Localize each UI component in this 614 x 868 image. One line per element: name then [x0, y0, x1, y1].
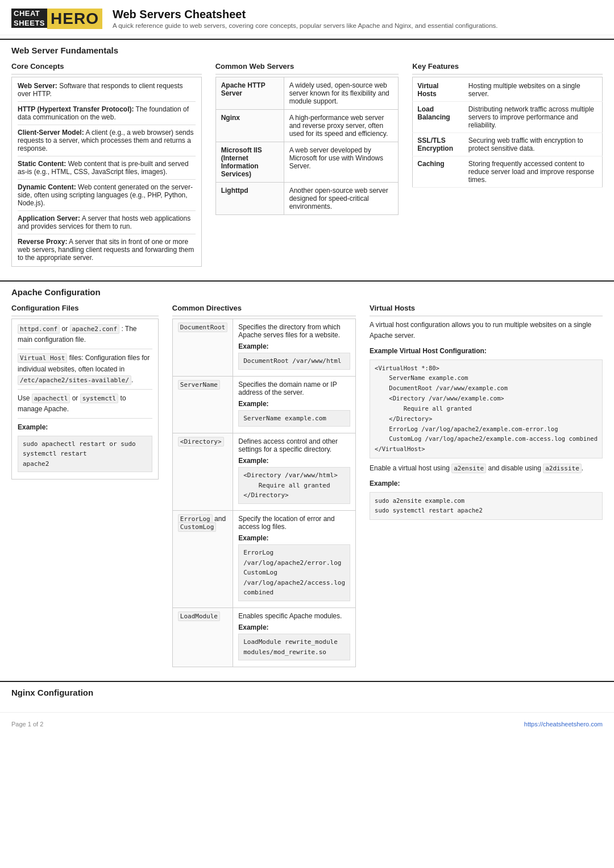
server-desc-iis: A web server developed by Microsoft for …: [284, 142, 399, 183]
directive-content-loadmodule: Enables specific Apache modules. Example…: [233, 607, 356, 667]
server-name-apache: Apache HTTP Server: [215, 77, 284, 110]
vhosts-header: Virtual Hosts: [370, 300, 603, 316]
core-concept-reverseproxy: Reverse Proxy: A server that sits in fro…: [18, 238, 196, 262]
directive-name-docroot: DocumentRoot: [172, 319, 233, 377]
page-footer: Page 1 of 2 https://cheatsheetshero.com: [0, 712, 614, 735]
vhost-enable-example-code: sudo a2ensite example.com sudo systemctl…: [370, 492, 603, 520]
apache-heading: Apache Configuration: [0, 280, 614, 300]
config-files-header: Configuration Files: [11, 300, 159, 316]
footer-url[interactable]: https://cheatsheetshero.com: [524, 721, 603, 728]
apache-grid: Configuration Files httpd.conf or apache…: [0, 300, 614, 673]
servers-table: Apache HTTP Server A widely used, open-s…: [215, 77, 399, 215]
directives-table: DocumentRoot Specifies the directory fro…: [172, 319, 356, 667]
directive-row-logs: ErrorLog and CustomLog Specify the locat…: [172, 510, 355, 607]
logo-hero: HERO: [47, 9, 102, 29]
vhost-intro: A virtual host configuration allows you …: [370, 320, 603, 341]
directive-example-label-docroot: Example:: [238, 342, 350, 350]
feature-desc-vhost: Hosting multiple websites on a single se…: [464, 77, 603, 102]
config-files-card: httpd.conf or apache2.conf : The main co…: [11, 319, 159, 480]
directive-name-servername: ServerName: [172, 376, 233, 433]
logo: CHEAT SHEETS HERO: [11, 9, 102, 29]
directive-example-label-logs: Example:: [238, 534, 350, 542]
feature-name-loadbalance: Load Balancing: [413, 102, 464, 133]
directives-header: Common Directives: [172, 300, 356, 316]
directive-content-servername: Specifies the domain name or IP address …: [233, 376, 356, 433]
feature-name-ssl: SSL/TLS Encryption: [413, 133, 464, 156]
logo-sheets: SHEETS: [11, 18, 47, 28]
server-name-iis: Microsoft IIS (Internet Information Serv…: [215, 142, 284, 183]
core-concepts-card: Web Server: Software that responds to cl…: [11, 77, 202, 267]
feature-desc-caching: Storing frequently accessed content to r…: [464, 156, 603, 188]
vhost-example-code: <VirtualHost *:80> ServerName example.co…: [370, 359, 603, 459]
directive-example-code-logs: ErrorLog /var/log/apache2/error.log Cust…: [238, 544, 350, 601]
config-example-label: Example:: [18, 422, 152, 433]
server-desc-nginx: A high-performance web server and revers…: [284, 110, 399, 142]
server-row-iis: Microsoft IIS (Internet Information Serv…: [215, 142, 399, 183]
directive-example-label-servername: Example:: [238, 400, 350, 408]
common-servers-header: Common Web Servers: [215, 59, 399, 75]
core-concepts-col: Core Concepts Web Server: Software that …: [11, 59, 209, 272]
directive-desc-loadmodule: Enables specific Apache modules.: [238, 612, 342, 620]
server-row-lighttpd: Lighttpd Another open-source web server …: [215, 183, 399, 215]
server-desc-apache: A widely used, open-source web server kn…: [284, 77, 399, 110]
directive-content-logs: Specify the location of error and access…: [233, 510, 356, 607]
directive-row-docroot: DocumentRoot Specifies the directory fro…: [172, 319, 355, 377]
core-concept-webserver: Web Server: Software that responds to cl…: [18, 82, 196, 98]
feature-name-vhost: Virtual Hosts: [413, 77, 464, 102]
config-file-vhost: Virtual Host files: Configuration files …: [18, 353, 152, 386]
features-table: Virtual Hosts Hosting multiple websites …: [412, 77, 603, 188]
directive-example-code-servername: ServerName example.com: [238, 410, 350, 427]
config-example-code: sudo apachectl restart or sudo systemctl…: [18, 436, 152, 473]
vhosts-col: Virtual Hosts A virtual host configurati…: [363, 300, 603, 673]
config-file-main: httpd.conf or apache2.conf : The main co…: [18, 324, 152, 345]
directive-example-label-loadmodule: Example:: [238, 623, 350, 631]
key-features-col: Key Features Virtual Hosts Hosting multi…: [405, 59, 603, 272]
logo-cheat: CHEAT: [11, 9, 47, 18]
directive-desc-logs: Specify the location of error and access…: [238, 515, 334, 531]
directive-name-logs: ErrorLog and CustomLog: [172, 510, 233, 607]
config-files-col: Configuration Files httpd.conf or apache…: [11, 300, 165, 673]
vhost-example-heading: Example Virtual Host Configuration:: [370, 346, 603, 357]
server-name-nginx: Nginx: [215, 110, 284, 142]
core-concept-http: HTTP (Hypertext Transfer Protocol): The …: [18, 105, 196, 121]
directive-desc-docroot: Specifies the directory from which Apach…: [238, 323, 340, 339]
config-file-manage: Use apachectl or systemctl to manage Apa…: [18, 393, 152, 415]
key-features-header: Key Features: [412, 59, 603, 75]
directive-content-directory: Defines access control and other setting…: [233, 433, 356, 511]
feature-desc-loadbalance: Distributing network traffic across mult…: [464, 102, 603, 133]
core-concepts-header: Core Concepts: [11, 59, 202, 75]
vhost-enable-text: Enable a virtual host using a2ensite and…: [370, 463, 603, 474]
directive-example-code-docroot: DocumentRoot /var/www/html: [238, 353, 350, 370]
directives-col: Common Directives DocumentRoot Specifies…: [165, 300, 363, 673]
directive-example-code-directory: <Directory /var/www/html> Require all gr…: [238, 467, 350, 504]
page-subtitle: A quick reference guide to web servers, …: [113, 22, 603, 29]
directive-row-loadmodule: LoadModule Enables specific Apache modul…: [172, 607, 355, 667]
page-title: Web Servers Cheatsheet: [113, 8, 603, 21]
feature-desc-ssl: Securing web traffic with encryption to …: [464, 133, 603, 156]
fundamentals-heading: Web Server Fundamentals: [0, 39, 614, 59]
directive-name-directory: <Directory>: [172, 433, 233, 511]
feature-name-caching: Caching: [413, 156, 464, 188]
feature-row-loadbalance: Load Balancing Distributing network traf…: [413, 102, 603, 133]
header-title-block: Web Servers Cheatsheet A quick reference…: [113, 8, 603, 29]
server-row-nginx: Nginx A high-performance web server and …: [215, 110, 399, 142]
vhosts-content: A virtual host configuration allows you …: [370, 316, 603, 520]
directive-content-docroot: Specifies the directory from which Apach…: [233, 319, 356, 377]
directive-example-code-loadmodule: LoadModule rewrite_module modules/mod_re…: [238, 634, 350, 660]
page-header: CHEAT SHEETS HERO Web Servers Cheatsheet…: [0, 0, 614, 35]
feature-row-vhost: Virtual Hosts Hosting multiple websites …: [413, 77, 603, 102]
fundamentals-grid: Core Concepts Web Server: Software that …: [0, 59, 614, 272]
core-concept-dynamic: Dynamic Content: Web content generated o…: [18, 183, 196, 207]
feature-row-caching: Caching Storing frequently accessed cont…: [413, 156, 603, 188]
server-desc-lighttpd: Another open-source web server designed …: [284, 183, 399, 215]
directive-desc-servername: Specifies the domain name or IP address …: [238, 381, 337, 396]
core-concept-static: Static Content: Web content that is pre-…: [18, 160, 196, 176]
core-concept-clientserver: Client-Server Model: A client (e.g., a w…: [18, 129, 196, 152]
core-concept-appserver: Application Server: A server that hosts …: [18, 214, 196, 230]
directive-row-directory: <Directory> Defines access control and o…: [172, 433, 355, 511]
directive-desc-directory: Defines access control and other setting…: [238, 437, 338, 453]
footer-page: Page 1 of 2: [11, 721, 43, 728]
directive-name-loadmodule: LoadModule: [172, 607, 233, 667]
server-row-apache: Apache HTTP Server A widely used, open-s…: [215, 77, 399, 110]
feature-row-ssl: SSL/TLS Encryption Securing web traffic …: [413, 133, 603, 156]
